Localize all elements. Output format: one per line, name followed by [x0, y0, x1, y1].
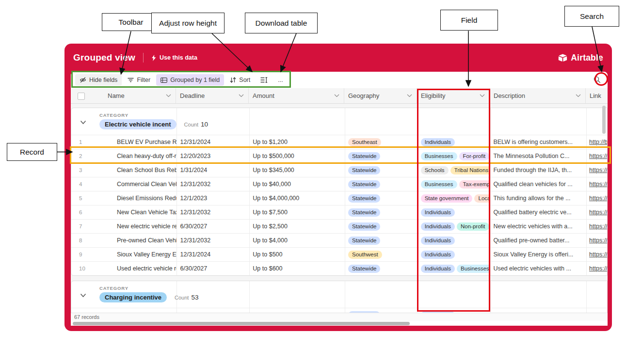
select-all-checkbox[interactable] [78, 93, 85, 100]
cell-link[interactable]: https:/ [585, 308, 607, 313]
cell-description[interactable]: The Minnesota Pollution C... [489, 149, 585, 163]
cell-deadline[interactable]: 12/31/2024 [177, 135, 249, 149]
cell-geography[interactable]: Statewide [344, 191, 417, 205]
cell-amount[interactable]: Up to $500 [249, 248, 344, 261]
cell-eligibility[interactable]: BusinessesTax-exempt org [417, 177, 490, 191]
column-header-name[interactable]: Name [71, 88, 176, 103]
cell-deadline[interactable]: 12/1/2023 [177, 191, 249, 205]
cell-deadline[interactable]: 12/31/2032 [177, 177, 249, 191]
cell-name-wrap[interactable]: 7 New electric vehicle rebate [71, 220, 177, 233]
group-name-pill[interactable]: Electric vehicle incent [99, 119, 177, 129]
cell-name-wrap[interactable]: 1 BELW EV Purchase Rebate [71, 135, 177, 149]
cell-amount[interactable]: Up to $40,000 [249, 177, 344, 191]
group-button[interactable]: Grouped by 1 field [156, 74, 224, 86]
cell-amount[interactable]: Up to $7,500 [249, 206, 344, 219]
vertical-scrollbar[interactable] [602, 106, 606, 134]
cell-geography[interactable]: Statewide [344, 262, 417, 275]
cell-geography[interactable]: Statewide [344, 234, 417, 247]
cell-amount[interactable]: Up to $600 [249, 262, 344, 275]
cell-deadline[interactable]: 1/31/2024 [177, 163, 249, 177]
cell-description[interactable]: Bright Energy Solutions has [489, 308, 585, 313]
cell-amount[interactable]: Up to $4,000 [249, 234, 344, 247]
cell-description[interactable]: Qualified battery electric ve... [489, 206, 585, 219]
use-this-data-button[interactable]: Use this data [151, 54, 197, 61]
cell-amount[interactable]: $500 [249, 308, 344, 313]
column-header-link[interactable]: Link [586, 88, 608, 103]
cell-name-wrap[interactable]: 8 Pre-owned Clean Vehicle Ta... [71, 234, 177, 247]
cell-amount[interactable]: Up to $2,500 [249, 220, 344, 233]
column-header-deadline[interactable]: Deadline [176, 88, 249, 103]
cell-name-wrap[interactable]: 4 Commercial Clean Vehicle ... [71, 177, 177, 191]
cell-amount[interactable]: Up to $345,000 [249, 163, 344, 177]
cell-description[interactable]: Funded through the IIJA, th... [489, 163, 585, 177]
cell-amount[interactable]: Up to $500,000 [249, 149, 344, 163]
cell-description[interactable]: BELW is offering customers... [489, 135, 585, 149]
cell-link[interactable]: https:// [585, 149, 607, 163]
cell-deadline[interactable]: 12/31/2032 [177, 206, 249, 219]
cell-deadline[interactable]: 6/30/2027 [177, 220, 249, 233]
cell-link[interactable]: https:// [585, 234, 607, 247]
cell-eligibility[interactable]: IndividualsBusinessesN [417, 262, 490, 275]
cell-link[interactable]: https:// [585, 191, 607, 205]
cell-name-wrap[interactable]: 11 2023 ChargePoint EV Char... [71, 308, 177, 313]
cell-deadline[interactable]: 12/20/2023 [177, 149, 249, 163]
cell-deadline[interactable]: 12/31/2024 [177, 248, 249, 261]
cell-name-wrap[interactable]: 3 Clean School Bus Rebates P... [71, 163, 177, 177]
cell-link[interactable]: https:// [585, 262, 607, 275]
more-options-button[interactable]: ... [273, 74, 287, 86]
group-collapse-toggle[interactable] [80, 120, 86, 125]
cell-description[interactable]: Qualified pre-owned batter... [489, 234, 585, 247]
group-name-pill[interactable]: Charging incentive [99, 292, 167, 302]
cell-deadline[interactable]: 6/30/2027 [177, 262, 249, 275]
cell-geography[interactable]: Statewide [344, 163, 417, 177]
cell-geography[interactable]: Southeast [344, 135, 417, 149]
cell-link[interactable]: https:// [585, 248, 607, 261]
filter-button[interactable]: Filter [123, 74, 155, 86]
cell-description[interactable]: Used electric vehicles with ... [489, 262, 585, 275]
cell-eligibility[interactable]: SchoolsTribal NationsL [417, 163, 490, 177]
cell-name-wrap[interactable]: 9 Sioux Valley Energy EV Purc... [71, 248, 177, 261]
group-collapse-toggle[interactable] [80, 293, 86, 298]
cell-geography[interactable]: Statewide [344, 206, 417, 219]
cell-link[interactable]: https:// [585, 206, 607, 219]
cell-name-wrap[interactable]: 5 Diesel Emissions Reduction... [71, 191, 177, 205]
column-header-description[interactable]: Description [490, 88, 586, 103]
cell-description[interactable]: New electric vehicles with a... [489, 220, 585, 233]
column-header-amount[interactable]: Amount [249, 88, 344, 103]
cell-amount[interactable]: Up to $1,200 [249, 135, 344, 149]
horizontal-scrollbar[interactable] [73, 322, 410, 325]
table-row: 11 2023 ChargePoint EV Char... 12/31/202… [71, 308, 607, 313]
cell-link[interactable]: https:// [585, 177, 607, 191]
cell-link[interactable]: https:// [585, 220, 607, 233]
cell-geography[interactable]: Statewide [344, 308, 417, 313]
cell-name-wrap[interactable]: 6 New Clean Vehicle Tax Credit [71, 206, 177, 219]
column-header-geography[interactable]: Geography [344, 88, 417, 103]
cell-deadline[interactable]: 12/31/2023 [177, 308, 249, 313]
cell-eligibility[interactable]: Individuals [417, 248, 490, 261]
cell-eligibility[interactable]: Individuals [417, 308, 490, 313]
cell-description[interactable]: Sioux Valley Energy is offeri... [489, 248, 585, 261]
hide-fields-button[interactable]: Hide fields [75, 74, 122, 86]
cell-name-wrap[interactable]: 10 Used electric vehicle rebate [71, 262, 177, 275]
row-height-button[interactable] [256, 75, 272, 85]
cell-amount[interactable]: Up to $4,000,000 [249, 191, 344, 205]
cell-name-wrap[interactable]: 2 Clean heavy-duty off-road ... [71, 149, 177, 163]
cell-geography[interactable]: Statewide [344, 149, 417, 163]
cell-link[interactable]: http://b [585, 135, 607, 149]
search-button[interactable] [593, 76, 601, 84]
cell-geography[interactable]: Statewide [344, 220, 417, 233]
cell-geography[interactable]: Southwest [344, 248, 417, 261]
cell-eligibility[interactable]: BusinessesFor-profitN [417, 149, 490, 163]
sort-button[interactable]: Sort [225, 74, 255, 86]
cell-eligibility[interactable]: Individuals [417, 234, 490, 247]
cell-eligibility[interactable]: Individuals [417, 135, 490, 149]
cell-deadline[interactable]: 12/31/2032 [177, 234, 249, 247]
cell-link[interactable]: https:// [585, 163, 607, 177]
cell-geography[interactable]: Statewide [344, 177, 417, 191]
cell-eligibility[interactable]: State governmentLocal go [417, 191, 490, 205]
cell-description[interactable]: Qualified clean vehicles for ... [489, 177, 585, 191]
column-header-eligibility[interactable]: Eligibility [417, 88, 490, 103]
cell-eligibility[interactable]: IndividualsNon-profitL [417, 220, 490, 233]
cell-eligibility[interactable]: Individuals [417, 206, 490, 219]
cell-description[interactable]: This funding allows for the ... [489, 191, 585, 205]
